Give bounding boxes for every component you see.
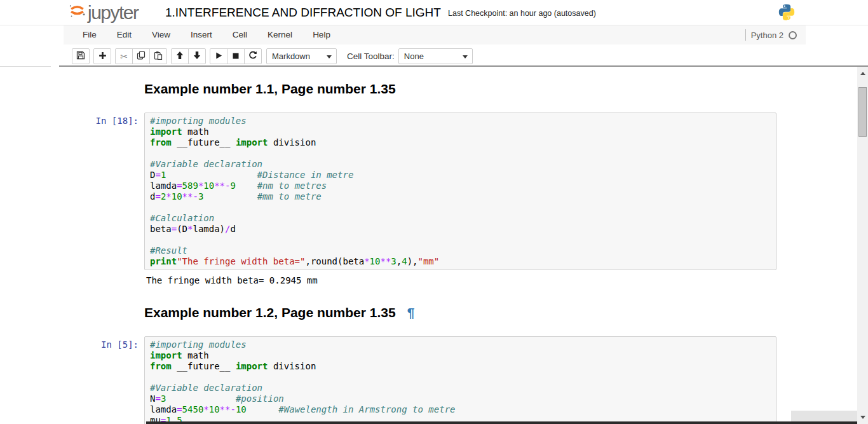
header: jupyter 1.INTERFERENCE AND DIFFRACTION O…	[0, 0, 868, 25]
kernel-separator	[745, 29, 746, 41]
paste-icon	[154, 51, 163, 62]
run-cell-button[interactable]	[210, 48, 227, 64]
markdown-heading-1[interactable]: Example number 1.1, Page number 1.35	[144, 81, 396, 97]
menu-help[interactable]: Help	[302, 25, 341, 44]
scrollbar-thumb[interactable]	[858, 87, 867, 137]
arrow-down-icon	[193, 51, 201, 62]
kernel-idle-icon	[789, 31, 797, 39]
move-cell-down-button[interactable]	[188, 48, 206, 64]
cell-type-select[interactable]: Markdown	[266, 48, 337, 64]
code-cell-2[interactable]: #importing modulesimport mathfrom __futu…	[144, 336, 776, 424]
heading-text: Example number 1.1, Page number 1.35	[144, 81, 396, 96]
kernel-indicator-area: Python 2	[745, 25, 797, 44]
cell-type-value: Markdown	[272, 51, 310, 61]
toolbar: ✂	[0, 44, 868, 65]
menu-insert[interactable]: Insert	[180, 25, 222, 44]
scissors-icon: ✂	[120, 51, 128, 62]
menu-file[interactable]: File	[72, 25, 107, 44]
heading-anchor-icon[interactable]: ¶	[407, 305, 415, 320]
save-icon	[76, 51, 85, 62]
play-icon	[215, 51, 223, 62]
triangle-up-icon	[860, 72, 865, 75]
move-cell-up-button[interactable]	[171, 48, 189, 64]
copy-icon	[137, 51, 146, 62]
markdown-heading-2[interactable]: Example number 1.2, Page number 1.35¶	[144, 305, 414, 320]
paste-cell-button[interactable]	[149, 48, 167, 64]
menu-kernel[interactable]: Kernel	[257, 25, 302, 44]
code-cell-1[interactable]: #importing modulesimport mathfrom __futu…	[144, 113, 776, 270]
insert-cell-below-button[interactable]	[93, 48, 111, 64]
cut-cell-button[interactable]: ✂	[115, 48, 133, 64]
cell-toolbar-label: Cell Toolbar:	[347, 51, 395, 61]
input-prompt-1: In [18]:	[0, 116, 139, 126]
menu-edit[interactable]: Edit	[107, 25, 142, 44]
scrollbar-down-button[interactable]	[857, 412, 868, 423]
bottom-dark-bar	[146, 421, 868, 424]
cell-toolbar-select[interactable]: None	[398, 48, 473, 64]
heading-text: Example number 1.2, Page number 1.35	[144, 305, 396, 320]
bottom-corner-area	[791, 411, 868, 421]
arrow-up-icon	[175, 51, 184, 62]
vertical-scrollbar[interactable]	[857, 67, 868, 424]
triangle-down-icon	[860, 416, 865, 419]
menubar: File Edit View Insert Cell Kernel Help P…	[64, 25, 806, 44]
jupyter-logo[interactable]: jupyter	[69, 1, 139, 24]
save-button[interactable]	[72, 48, 90, 64]
copy-cell-button[interactable]	[132, 48, 150, 64]
menubar-row: File Edit View Insert Cell Kernel Help P…	[0, 25, 868, 44]
cell-output-1: The fringe width beta= 0.2945 mm	[146, 275, 318, 285]
input-prompt-2: In [5]:	[0, 339, 139, 350]
checkpoint-status: Last Checkpoint: an hour ago (autosaved)	[448, 9, 596, 18]
python-logo-icon	[778, 3, 796, 24]
refresh-icon	[248, 51, 257, 62]
jupyter-logo-text: jupyter	[88, 1, 139, 24]
cell-toolbar-value: None	[404, 51, 424, 61]
menu-cell[interactable]: Cell	[222, 25, 257, 44]
chevron-down-icon	[463, 55, 468, 58]
scrollbar-up-button[interactable]	[857, 68, 868, 79]
notebook-scroll-area[interactable]: Example number 1.1, Page number 1.35 In …	[0, 67, 857, 424]
notebook-title[interactable]: 1.INTERFERENCE AND DIFFRACTION OF LIGHT	[165, 6, 441, 20]
stop-icon	[232, 51, 240, 62]
menu-view[interactable]: View	[142, 25, 180, 44]
kernel-name: Python 2	[751, 31, 783, 40]
menu: File Edit View Insert Cell Kernel Help	[64, 25, 806, 44]
jupyter-logo-icon	[69, 1, 86, 23]
restart-kernel-button[interactable]	[244, 48, 262, 64]
chevron-down-icon	[327, 55, 332, 58]
jupyter-notebook-window: jupyter 1.INTERFERENCE AND DIFFRACTION O…	[0, 0, 868, 424]
plus-icon	[98, 51, 107, 62]
interrupt-kernel-button[interactable]	[227, 48, 245, 64]
